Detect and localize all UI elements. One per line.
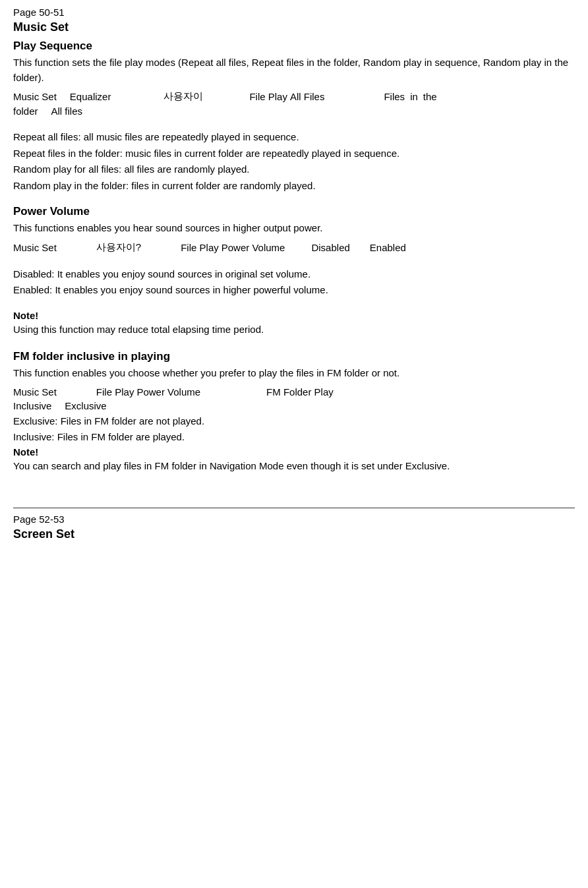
- play-sequence-title: Play Sequence: [13, 40, 575, 53]
- fm-menu-power-volume: Power Volume: [136, 386, 200, 398]
- pv-menu-enabled: Enabled: [370, 242, 406, 253]
- menu-folder: folder: [13, 105, 38, 117]
- pv-menu-korean: 사용자이?: [96, 241, 141, 254]
- pv-menu-music-set: Music Set: [13, 242, 57, 253]
- fm-menu-music-set: Music Set: [13, 386, 57, 398]
- pv-note-text: Using this function may reduce total ela…: [13, 322, 575, 338]
- play-sequence-menu-row2: folder All files: [13, 105, 575, 117]
- power-volume-items: Disabled: It enables you enjoy sound sou…: [13, 267, 575, 298]
- fm-note-label: Note!: [13, 446, 575, 458]
- menu-the: the: [423, 91, 437, 102]
- pv-item-1: Disabled: It enables you enjoy sound sou…: [13, 267, 575, 282]
- fm-item-2: Inclusive: Files in FM folder are played…: [13, 430, 575, 445]
- power-volume-note: Note! Using this function may reduce tot…: [13, 310, 575, 338]
- pv-item-2: Enabled: It enables you enjoy sound sour…: [13, 283, 575, 298]
- fm-item-1: Exclusive: Files in FM folder are not pl…: [13, 414, 575, 429]
- power-volume-menu-row: Music Set 사용자이? File Play Power Volume D…: [13, 241, 575, 254]
- page-number-1: Page 50-51: [13, 7, 575, 18]
- play-seq-item-2: Repeat files in the folder: music files …: [13, 146, 575, 162]
- fm-menu-file-play: File Play: [96, 386, 134, 398]
- fm-sub-inclusive: Inclusive: [13, 400, 51, 411]
- play-seq-item-1: Repeat all files: all music files are re…: [13, 130, 575, 145]
- menu-equalizer: Equalizer: [70, 91, 111, 102]
- play-sequence-description: This function sets the file play modes (…: [13, 55, 575, 85]
- fm-sub-exclusive: Exclusive: [65, 400, 106, 411]
- menu-in: in: [410, 91, 418, 102]
- menu-file-play: File Play: [249, 91, 287, 102]
- section-title-screen-set: Screen Set: [13, 527, 575, 541]
- pv-menu-power-volume: Power Volume: [221, 242, 285, 253]
- fm-folder-description: This function enables you choose whether…: [13, 366, 575, 381]
- section-title-music-set: Music Set: [13, 20, 575, 34]
- page-divider: [13, 508, 575, 508]
- fm-folder-items: Exclusive: Files in FM folder are not pl…: [13, 414, 575, 445]
- menu-all-files-2: All files: [51, 105, 83, 117]
- fm-folder-menu-row: Music Set File Play Power Volume FM Fold…: [13, 386, 575, 398]
- pv-menu-file-play: File Play: [181, 242, 219, 253]
- fm-folder-note: Note! You can search and play files in F…: [13, 446, 575, 474]
- fm-note-text: You can search and play files in FM fold…: [13, 459, 575, 474]
- fm-menu-fm-folder-play: FM Folder Play: [266, 386, 334, 398]
- menu-korean-1: 사용자이: [163, 90, 203, 103]
- play-sequence-items: Repeat all files: all music files are re…: [13, 130, 575, 193]
- page-number-2: Page 52-53: [13, 514, 575, 525]
- pv-menu-disabled: Disabled: [311, 242, 349, 253]
- power-volume-description: This functions enables you hear sound so…: [13, 221, 575, 236]
- menu-all-files: All Files: [290, 91, 325, 102]
- menu-files: Files: [384, 91, 405, 102]
- play-sequence-menu-row: Music Set Equalizer 사용자이 File Play All F…: [13, 90, 575, 103]
- power-volume-title: Power Volume: [13, 205, 575, 218]
- fm-folder-title: FM folder inclusive in playing: [13, 350, 575, 363]
- pv-note-label: Note!: [13, 310, 575, 321]
- menu-music-set: Music Set: [13, 91, 57, 102]
- fm-folder-sub-items: Inclusive Exclusive: [13, 400, 575, 411]
- play-seq-item-3: Random play for all files: all files are…: [13, 162, 575, 177]
- play-seq-item-4: Random play in the folder: files in curr…: [13, 179, 575, 194]
